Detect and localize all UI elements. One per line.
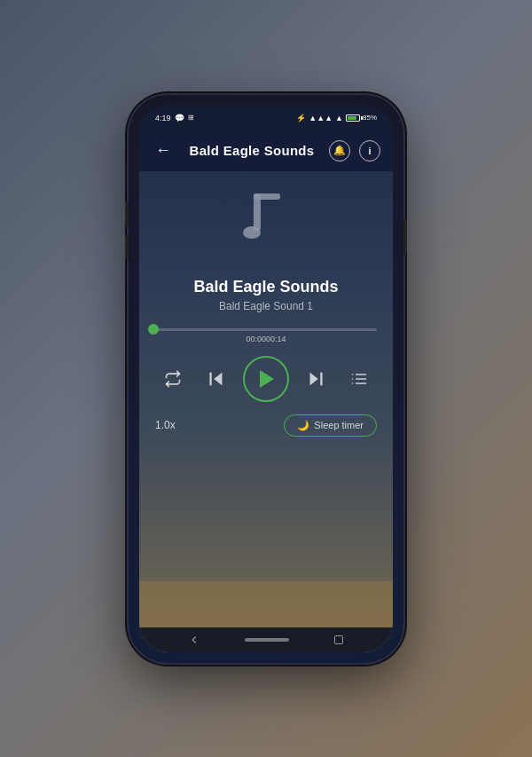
music-note-icon [238, 186, 295, 253]
next-button[interactable] [300, 363, 332, 395]
page-title: Bald Eagle Sounds [182, 143, 322, 158]
track-subtitle: Bald Eagle Sound 1 [219, 300, 313, 312]
phone-screen: 4:19 💬 ⊞ ⚡ ▲▲▲ ▲ 85% ← Bald Eagle Sound [139, 106, 393, 652]
speed-sleep-row: 1.0x 🌙 Sleep timer [139, 414, 393, 437]
play-pause-button[interactable] [243, 356, 289, 402]
phone-device: 4:19 💬 ⊞ ⚡ ▲▲▲ ▲ 85% ← Bald Eagle Sound [129, 95, 403, 663]
status-time: 4:19 💬 ⊞ [155, 114, 194, 122]
sleep-timer-button[interactable]: 🌙 Sleep timer [284, 414, 377, 437]
playback-controls [139, 356, 393, 402]
vol-up-button[interactable] [125, 201, 129, 226]
battery-percent: 85% [363, 114, 377, 122]
repeat-button[interactable] [157, 363, 189, 395]
time-display: 4:19 [155, 114, 171, 122]
vol-down-button[interactable] [125, 235, 129, 260]
notification-button[interactable]: 🔔 [329, 140, 350, 162]
album-art [226, 180, 306, 260]
svg-point-2 [243, 226, 261, 239]
info-icon: i [368, 146, 371, 156]
sim-icon: ⊞ [188, 114, 194, 122]
home-bar [139, 627, 393, 652]
navigation-bar: ← Bald Eagle Sounds 🔔 i [139, 130, 393, 171]
nav-action-icons: 🔔 i [329, 140, 380, 162]
content-area: Bald Eagle Sounds Bald Eagle Sound 1 00:… [139, 171, 393, 581]
power-button[interactable] [403, 219, 407, 255]
sleep-timer-label: Sleep timer [314, 420, 364, 430]
bluetooth-icon: ⚡ [296, 114, 306, 122]
signal-bars: ▲▲▲ [309, 114, 332, 122]
status-bar: 4:19 💬 ⊞ ⚡ ▲▲▲ ▲ 85% [139, 106, 393, 130]
svg-marker-3 [214, 372, 222, 385]
svg-marker-5 [310, 372, 318, 385]
progress-track[interactable] [155, 328, 377, 331]
message-icon: 💬 [175, 114, 184, 122]
current-time: 00:00 [246, 335, 266, 343]
system-back-button[interactable] [188, 634, 200, 646]
play-icon [260, 370, 274, 388]
status-icons: ⚡ ▲▲▲ ▲ 85% [296, 114, 377, 122]
track-title: Bald Eagle Sounds [193, 278, 338, 296]
home-pill-button[interactable] [245, 638, 289, 642]
bottom-area [139, 581, 393, 627]
svg-rect-13 [335, 635, 343, 643]
info-button[interactable]: i [359, 140, 380, 162]
recents-button[interactable] [333, 635, 344, 645]
speed-label[interactable]: 1.0x [155, 419, 176, 431]
playlist-button[interactable] [343, 363, 375, 395]
bell-icon: 🔔 [333, 145, 346, 156]
wifi-icon: ▲ [335, 114, 343, 122]
total-time: 00:14 [266, 335, 286, 343]
progress-container[interactable] [139, 328, 393, 331]
moon-icon: 🌙 [297, 420, 309, 431]
progress-thumb[interactable] [148, 324, 159, 335]
back-button[interactable]: ← [152, 138, 175, 163]
battery-icon [346, 114, 360, 122]
previous-button[interactable] [200, 363, 232, 395]
time-labels: 00:00 00:14 [230, 335, 301, 343]
svg-rect-1 [254, 193, 280, 200]
